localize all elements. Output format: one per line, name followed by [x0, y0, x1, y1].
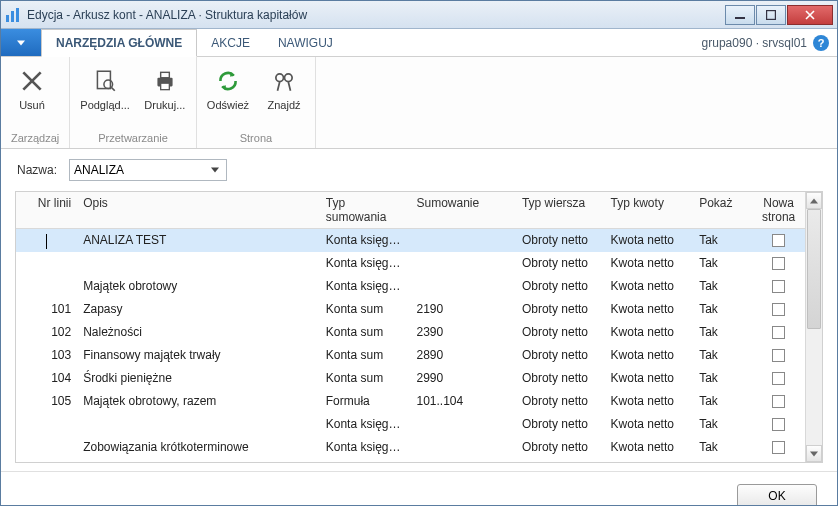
header-row: Nr linii Opis Typ sumowania Sumowanie Ty… [16, 192, 805, 229]
ok-button[interactable]: OK [737, 484, 817, 506]
scroll-thumb[interactable] [807, 209, 821, 329]
ribbon-group-manage: Usuń Zarządzaj [1, 57, 70, 148]
table-row[interactable]: 104Środki pieniężneKonta sum2990Obroty n… [16, 367, 805, 390]
app-icon [5, 7, 21, 23]
table-row[interactable]: Zobowiązania krótkoterminoweKonta księgo… [16, 436, 805, 459]
name-label: Nazwa: [17, 163, 57, 177]
table-row[interactable]: Majątek obrotowyKonta księgo...Obroty ne… [16, 275, 805, 298]
footer: OK [1, 471, 837, 506]
checkbox[interactable] [772, 395, 785, 408]
table-row[interactable]: 101ZapasyKonta sum2190Obroty nettoKwota … [16, 298, 805, 321]
group-manage-label: Zarządzaj [11, 130, 59, 146]
svg-point-11 [285, 74, 293, 82]
print-button[interactable]: Drukuj... [144, 65, 186, 111]
svg-rect-9 [161, 83, 170, 90]
svg-rect-8 [161, 72, 170, 77]
checkbox[interactable] [772, 234, 785, 247]
group-page-label: Strona [207, 130, 305, 146]
preview-icon [89, 65, 121, 97]
checkbox[interactable] [772, 257, 785, 270]
checkbox[interactable] [772, 441, 785, 454]
ribbon-group-process: Podgląd... Drukuj... Przetwarzanie [70, 57, 197, 148]
checkbox[interactable] [772, 418, 785, 431]
scroll-down-button[interactable] [806, 445, 822, 462]
table-row[interactable]: ANALIZA TESTKonta księgo...Obroty nettoK… [16, 229, 805, 252]
table-row[interactable]: 102NależnościKonta sum2390Obroty nettoKw… [16, 321, 805, 344]
checkbox[interactable] [772, 303, 785, 316]
table-row[interactable]: Konta księgo...Obroty nettoKwota nettoTa… [16, 252, 805, 275]
preview-label: Podgląd... [80, 99, 130, 111]
close-button[interactable] [787, 5, 833, 25]
svg-rect-0 [6, 15, 9, 22]
col-nr-linii[interactable]: Nr linii [31, 192, 77, 229]
connection-info: grupa090 · srvsql01 ? [702, 29, 837, 56]
col-sumowanie[interactable]: Sumowanie [410, 192, 515, 229]
minimize-button[interactable] [725, 5, 755, 25]
help-icon[interactable]: ? [813, 35, 829, 51]
name-dropdown-value: ANALIZA [74, 163, 124, 177]
table-row[interactable]: 103Finansowy majątek trwałyKonta sum2890… [16, 344, 805, 367]
maximize-button[interactable] [756, 5, 786, 25]
find-label: Znajdź [268, 99, 301, 111]
scroll-track[interactable] [806, 209, 822, 445]
tab-actions[interactable]: AKCJE [197, 29, 264, 56]
ribbon: Usuń Zarządzaj Podgląd... Drukuj... Prze… [1, 57, 837, 149]
col-pokaz[interactable]: Pokaż [693, 192, 752, 229]
filter-bar: Nazwa: ANALIZA [1, 149, 837, 191]
find-icon [268, 65, 300, 97]
col-typ-sumowania[interactable]: Typ sumowania [320, 192, 411, 229]
delete-button[interactable]: Usuń [11, 65, 53, 111]
table-row[interactable]: 105Majątek obrotowy, razemFormuła101..10… [16, 390, 805, 413]
preview-button[interactable]: Podgląd... [80, 65, 130, 111]
checkbox[interactable] [772, 349, 785, 362]
titlebar: Edycja - Arkusz kont - ANALIZA · Struktu… [1, 1, 837, 29]
window-title: Edycja - Arkusz kont - ANALIZA · Struktu… [27, 8, 724, 22]
refresh-label: Odśwież [207, 99, 249, 111]
col-typ-wiersza[interactable]: Typ wiersza [516, 192, 605, 229]
chevron-down-icon [208, 167, 222, 173]
scroll-up-button[interactable] [806, 192, 822, 209]
tab-navigate[interactable]: NAWIGUJ [264, 29, 347, 56]
svg-point-6 [104, 80, 113, 89]
data-grid[interactable]: Nr linii Opis Typ sumowania Sumowanie Ty… [15, 191, 823, 463]
svg-rect-3 [735, 17, 745, 19]
edit-cursor [46, 234, 47, 249]
ribbon-tabs: NARZĘDZIA GŁÓWNE AKCJE NAWIGUJ grupa090 … [1, 29, 837, 57]
col-nowa-strona[interactable]: Nowa strona [752, 192, 805, 229]
checkbox[interactable] [772, 280, 785, 293]
print-label: Drukuj... [144, 99, 185, 111]
svg-point-10 [276, 74, 284, 82]
vertical-scrollbar[interactable] [805, 192, 822, 462]
window-controls [724, 5, 833, 25]
connection-label: grupa090 · srvsql01 [702, 36, 807, 50]
refresh-button[interactable]: Odśwież [207, 65, 249, 111]
table-row[interactable]: Konta księgo...Obroty nettoKwota nettoTa… [16, 413, 805, 436]
checkbox[interactable] [772, 326, 785, 339]
checkbox[interactable] [772, 372, 785, 385]
svg-rect-2 [16, 8, 19, 22]
col-opis[interactable]: Opis [77, 192, 320, 229]
find-button[interactable]: Znajdź [263, 65, 305, 111]
svg-rect-1 [11, 11, 14, 22]
group-process-label: Przetwarzanie [80, 130, 186, 146]
print-icon [149, 65, 181, 97]
ribbon-group-page: Odśwież Znajdź Strona [197, 57, 316, 148]
delete-label: Usuń [19, 99, 45, 111]
refresh-icon [212, 65, 244, 97]
tab-main-tools[interactable]: NARZĘDZIA GŁÓWNE [41, 29, 197, 57]
col-typ-kwoty[interactable]: Typ kwoty [605, 192, 694, 229]
app-menu-button[interactable] [1, 29, 41, 56]
name-dropdown[interactable]: ANALIZA [69, 159, 227, 181]
svg-rect-4 [767, 10, 776, 19]
delete-icon [16, 65, 48, 97]
